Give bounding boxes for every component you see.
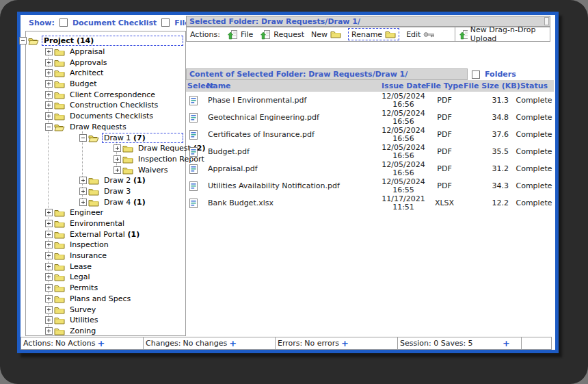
edit-button[interactable]: Edit: [406, 30, 434, 39]
column-header-file-type[interactable]: File Type: [425, 81, 464, 90]
expand-changes-button[interactable]: +: [229, 340, 237, 347]
tree-item[interactable]: Zoning: [26, 326, 185, 337]
document-icon[interactable]: [189, 181, 198, 192]
tree-item[interactable]: Insurance: [26, 251, 185, 261]
new-folder-button[interactable]: New: [311, 29, 341, 39]
tree-expander-icon[interactable]: [45, 69, 53, 77]
document-icon[interactable]: [189, 129, 198, 140]
tree-item-label-box: Client Correspondence: [68, 90, 157, 100]
tree-expander-icon[interactable]: [45, 295, 53, 303]
tree-expander-icon[interactable]: [45, 220, 53, 227]
tree-item[interactable]: Approvals: [26, 57, 185, 68]
table-row[interactable]: Bank Budget.xlsx 11/17/202111:51 XLSX 12…: [186, 194, 554, 212]
document-icon[interactable]: [189, 164, 198, 175]
tree-item[interactable]: Inspection: [26, 240, 185, 251]
tree-item[interactable]: Draw 3: [26, 186, 185, 197]
column-header-issue-date[interactable]: Issue Date: [382, 81, 425, 90]
tree-item[interactable]: External Portal (1): [26, 229, 185, 240]
tree-expander-icon[interactable]: [113, 155, 121, 163]
tree-item[interactable]: Environmental: [26, 218, 185, 229]
tree-expander-icon[interactable]: [113, 166, 121, 174]
tree-item[interactable]: Lease: [26, 261, 185, 272]
column-header-status[interactable]: Status: [514, 81, 554, 90]
rename-folder-button[interactable]: Rename: [348, 28, 399, 40]
scrollbar-thumb[interactable]: [544, 17, 549, 25]
table-row[interactable]: Budget.pdf 12/05/202416:56 PDF 35.5 Comp…: [186, 143, 554, 160]
tree-item[interactable]: Inspection Report: [26, 154, 185, 165]
tree-item[interactable]: Draw Requests: [26, 122, 185, 133]
tree-item[interactable]: Waivers: [26, 164, 185, 175]
document-icon[interactable]: [189, 146, 198, 157]
tree-expander-icon[interactable]: [79, 188, 87, 195]
tree-expander-icon[interactable]: [45, 241, 53, 248]
column-header-name[interactable]: Name: [206, 81, 382, 90]
folder-icon: [54, 112, 65, 120]
file-status: Complete: [514, 130, 554, 139]
tree-item[interactable]: Draw 2 (1): [26, 175, 185, 186]
tree-item[interactable]: Client Correspondence: [26, 89, 185, 100]
folders-checkbox[interactable]: [472, 71, 480, 79]
document-icon[interactable]: [189, 112, 198, 123]
file-issue-date: 12/05/202416:56: [382, 92, 425, 108]
tree-item[interactable]: Permits: [26, 283, 185, 294]
tree-item-label-box: Lease: [68, 261, 94, 272]
tree-expander-icon[interactable]: [45, 231, 53, 238]
tree-item[interactable]: Documents Checklists: [26, 111, 185, 122]
tree-item-label: External Portal: [70, 230, 125, 239]
tree-expander-icon[interactable]: [45, 327, 53, 335]
tree-expander-icon[interactable]: [79, 134, 87, 142]
expand-errors-button[interactable]: +: [341, 340, 349, 347]
table-row[interactable]: Geotechnical Engineering.pdf 12/05/20241…: [186, 109, 554, 126]
tree-item[interactable]: Survey: [26, 304, 185, 315]
tree-item[interactable]: Draw 1 (7): [26, 132, 185, 143]
document-icon[interactable]: [189, 198, 198, 209]
table-row[interactable]: Phase I Environmental.pdf 12/05/202416:5…: [186, 92, 554, 109]
tree-expander-icon[interactable]: [45, 306, 53, 313]
upload-file-button[interactable]: File: [227, 29, 253, 40]
file-status: Complete: [514, 164, 554, 173]
tree-item[interactable]: Draw Request (2): [26, 143, 185, 154]
new-drag-n-drop-upload-button[interactable]: New Drag-n-Drop Upload: [459, 25, 546, 43]
tree-expander-icon[interactable]: [45, 80, 53, 88]
tree-expander-icon[interactable]: [45, 101, 53, 109]
tree-item[interactable]: Engineer: [26, 207, 185, 218]
tree-item[interactable]: Appraisal: [26, 47, 185, 57]
tree-item[interactable]: Plans and Specs: [26, 294, 185, 305]
tree-expander-icon[interactable]: [19, 37, 27, 44]
expand-session-button[interactable]: +: [503, 340, 510, 347]
tree-expander-icon[interactable]: [79, 177, 87, 184]
tree-expander-icon[interactable]: [113, 144, 121, 152]
tree-item[interactable]: Legal: [26, 272, 185, 283]
file-name: Geotechnical Engineering.pdf: [206, 113, 382, 122]
tree-expander-icon[interactable]: [45, 59, 53, 66]
tree-expander-icon[interactable]: [45, 284, 53, 292]
tree-item[interactable]: Project (14): [26, 36, 185, 47]
folder-icon: [385, 29, 396, 39]
expand-actions-button[interactable]: +: [98, 340, 105, 347]
upload-request-button[interactable]: Request: [260, 29, 304, 40]
tree-item[interactable]: Utilities: [26, 315, 185, 326]
tree-expander-icon[interactable]: [45, 91, 53, 99]
table-row[interactable]: Certificates of Insurance.pdf 12/05/2024…: [186, 126, 554, 143]
tree-expander-icon[interactable]: [45, 112, 53, 120]
tree-item[interactable]: Architect: [26, 68, 185, 79]
document-icon[interactable]: [189, 95, 198, 106]
tree-expander-icon[interactable]: [45, 48, 53, 55]
tree-expander-icon[interactable]: [45, 252, 53, 259]
tree-item-label: Budget: [70, 79, 97, 88]
tree-expander-icon[interactable]: [45, 123, 53, 131]
table-row[interactable]: Utilities Availability Notification.pdf …: [186, 177, 554, 194]
tree-expander-icon[interactable]: [45, 316, 53, 324]
tree-item[interactable]: Draw 4 (1): [26, 196, 185, 207]
column-header-file-size[interactable]: File Size (KB): [464, 81, 514, 90]
tree-expander-icon[interactable]: [45, 263, 53, 270]
tree-expander-icon[interactable]: [79, 199, 87, 206]
tree-expander-icon[interactable]: [45, 209, 53, 216]
column-header-select[interactable]: Select: [186, 81, 206, 90]
tree-item[interactable]: Construction Checklists: [26, 100, 185, 111]
document-checklist-checkbox[interactable]: [59, 18, 68, 27]
tree-expander-icon[interactable]: [45, 273, 53, 281]
files-checkbox[interactable]: [161, 18, 170, 27]
table-row[interactable]: Appraisal.pdf 12/05/202416:56 PDF 31.2 C…: [186, 160, 554, 177]
tree-item[interactable]: Budget: [26, 79, 185, 90]
